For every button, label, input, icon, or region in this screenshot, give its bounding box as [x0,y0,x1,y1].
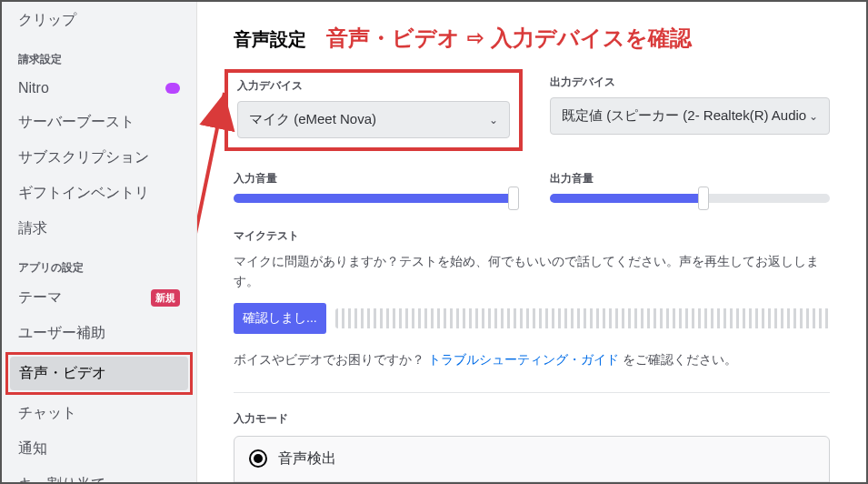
nitro-icon [165,83,180,94]
sidebar-item-clips[interactable]: クリップ [9,4,189,37]
sidebar-item-billing[interactable]: 請求 [9,212,189,246]
input-volume-slider[interactable] [234,194,514,203]
sidebar-item-keybinds[interactable]: キー割り当て [9,468,189,482]
output-device-label: 出力デバイス [550,75,830,90]
radio-checked-icon [249,449,267,468]
sidebar-item-accessibility[interactable]: ユーザー補助 [9,317,189,350]
annotation-box-sidebar: 音声・ビデオ [5,352,193,395]
input-volume-label: 入力音量 [234,171,514,187]
output-volume-label: 出力音量 [550,171,830,187]
slider-thumb[interactable] [698,187,709,210]
svg-line-0 [197,93,224,357]
output-volume-slider[interactable] [550,194,830,203]
annotation-arrow-icon: ⇨ [467,28,484,48]
sidebar-header-billing: 請求設定 [9,39,189,71]
slider-thumb[interactable] [508,187,519,210]
chevron-down-icon: ⌄ [809,110,818,123]
input-device-select[interactable]: マイク (eMeet Nova) ⌄ [237,101,510,138]
input-mode-label: 入力モード [234,411,830,427]
divider [234,392,830,393]
mic-test-button[interactable]: 確認しまし... [234,303,326,334]
mic-test-label: マイクテスト [234,228,830,244]
badge-new: 新規 [151,289,180,307]
sidebar-item-gift-inventory[interactable]: ギフトインベントリ [9,176,189,210]
page-title: 音声設定 [234,27,306,52]
input-mode-voice-activity[interactable]: 音声検出 [234,437,829,482]
sidebar-item-voice-video[interactable]: 音声・ビデオ [10,357,188,390]
sidebar-item-server-boost[interactable]: サーバーブースト [9,106,189,139]
troubleshoot-text: ボイスやビデオでお困りですか？ トラブルシューティング・ガイド をご確認ください… [234,352,830,368]
annotation-text: 音声・ビデオ ⇨ 入力デバイスを確認 [326,24,692,53]
sidebar-item-chat[interactable]: チャット [9,397,189,430]
sidebar-item-notifications[interactable]: 通知 [9,432,189,466]
chevron-down-icon: ⌄ [489,114,498,126]
main-content: 音声設定 音声・ビデオ ⇨ 入力デバイスを確認 入力デバイス マイク (eMee… [197,2,866,482]
annotation-box-input-device: 入力デバイス マイク (eMeet Nova) ⌄ [224,69,523,151]
sidebar-header-app-settings: アプリの設定 [9,247,189,279]
troubleshoot-link[interactable]: トラブルシューティング・ガイド [428,352,619,367]
output-device-select[interactable]: 既定値 (スピーカー (2- Realtek(R) Audio ⌄ [550,97,830,135]
input-device-label: 入力デバイス [237,78,510,94]
sidebar-item-subscription[interactable]: サブスクリプション [9,141,189,175]
sidebar-item-nitro[interactable]: Nitro [9,73,189,104]
input-mode-group: 音声検出 プッシュトゥトーク [234,436,830,482]
mic-test-help: マイクに問題がありますか？テストを始め、何でもいいので話してください。声を再生し… [234,251,830,292]
mic-level-meter [335,308,830,328]
sidebar-item-theme[interactable]: テーマ 新規 [9,281,189,315]
settings-sidebar: クリップ 請求設定 Nitro サーバーブースト サブスクリプション ギフトイン… [2,2,197,482]
